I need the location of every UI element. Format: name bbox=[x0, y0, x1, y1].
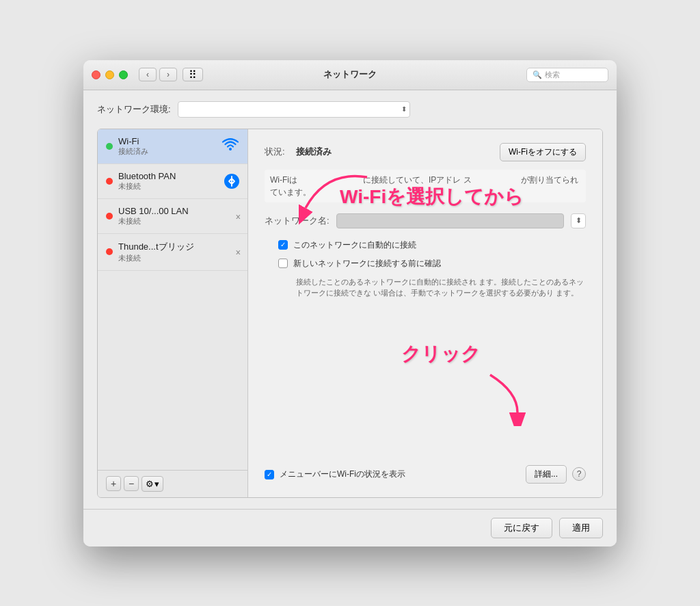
sidebar: Wi-Fi 接続済み bbox=[98, 129, 248, 497]
network-preferences-window: ‹ › ⠿ ネットワーク 🔍 検索 ネットワーク環境: ⬍ bbox=[83, 60, 617, 546]
nav-buttons: ‹ › bbox=[139, 68, 177, 81]
fullscreen-button[interactable] bbox=[119, 70, 128, 79]
status-row: 状況: 接続済み Wi-Fiをオフにする bbox=[265, 143, 586, 161]
bluetooth-icon bbox=[224, 174, 239, 189]
search-box[interactable]: 🔍 検索 bbox=[526, 68, 608, 82]
wifi-name: Wi-Fi bbox=[118, 136, 216, 146]
thunderbolt-status: 未接続 bbox=[118, 253, 230, 263]
menu-bar-checkbox[interactable]: ✓ bbox=[265, 470, 274, 479]
status-dot-thunderbolt bbox=[106, 248, 113, 255]
forward-button[interactable]: › bbox=[159, 68, 177, 81]
bluetooth-info: Bluetooth PAN 未接続 bbox=[118, 171, 219, 192]
status-value: 接続済み bbox=[296, 146, 332, 158]
status-label: 状況: bbox=[265, 146, 285, 158]
network-name-input[interactable] bbox=[336, 213, 564, 228]
status-dot-usb bbox=[106, 213, 113, 220]
chevron-down-icon: ⬍ bbox=[401, 105, 407, 113]
connection-info-text: Wi-Fiは に接続していて、IPアドレ ス が割り当てられています。 bbox=[265, 170, 586, 202]
add-network-button[interactable]: + bbox=[106, 476, 121, 491]
minimize-button[interactable] bbox=[105, 70, 114, 79]
bottom-bar: ✓ メニューバーにWi-Fiの状況を表示 詳細... ? bbox=[265, 454, 586, 484]
usb-name: USB 10/...00 LAN bbox=[118, 206, 230, 216]
auto-connect-help-text: 接続したことのあるネットワークに自動的に接続され ます。接続したことのあるネット… bbox=[296, 276, 586, 299]
remove-network-button[interactable]: − bbox=[124, 476, 139, 491]
menu-bar-row: ✓ メニューバーにWi-Fiの状況を表示 bbox=[265, 469, 405, 480]
usb-status: 未接続 bbox=[118, 216, 230, 226]
network-name-row: ネットワーク名: ⬍ bbox=[265, 213, 586, 228]
thunderbolt-info: Thunde...tブリッジ 未接続 bbox=[118, 241, 230, 263]
chevron-down-icon: ▾ bbox=[154, 479, 159, 489]
wifi-toggle-button[interactable]: Wi-Fiをオフにする bbox=[500, 143, 586, 161]
sidebar-item-wifi[interactable]: Wi-Fi 接続済み bbox=[98, 129, 247, 164]
search-placeholder: 検索 bbox=[545, 70, 560, 80]
sidebar-toolbar: + − ⚙ ▾ bbox=[98, 470, 247, 497]
gear-icon: ⚙ bbox=[146, 479, 154, 489]
auto-connect-checkbox[interactable]: ✓ bbox=[278, 240, 288, 250]
more-icon-usb: ›‹ bbox=[236, 211, 239, 222]
confirm-connect-checkbox[interactable] bbox=[278, 259, 288, 268]
bluetooth-name: Bluetooth PAN bbox=[118, 171, 219, 181]
network-select-arrow[interactable]: ⬍ bbox=[571, 213, 586, 228]
status-dot-wifi bbox=[106, 143, 113, 150]
main-area: Wi-Fi 接続済み bbox=[97, 129, 603, 498]
sidebar-item-bluetooth[interactable]: Bluetooth PAN 未接続 bbox=[98, 164, 247, 199]
env-label: ネットワーク環境: bbox=[97, 103, 171, 116]
window-footer: 元に戻す 適用 bbox=[83, 509, 617, 546]
env-select[interactable]: ⬍ bbox=[178, 101, 410, 118]
grid-button[interactable]: ⠿ bbox=[183, 68, 203, 81]
close-button[interactable] bbox=[92, 70, 100, 79]
right-panel: Wi-Fiを選択してから 状況: 接続済み Wi-Fiをオフにする Wi-Fiは… bbox=[248, 129, 602, 497]
back-button[interactable]: ‹ bbox=[139, 68, 157, 81]
network-list: Wi-Fi 接続済み bbox=[98, 129, 247, 470]
auto-connect-label: このネットワークに自動的に接続 bbox=[293, 239, 416, 251]
window-title: ネットワーク bbox=[323, 68, 377, 81]
usb-info: USB 10/...00 LAN 未接続 bbox=[118, 206, 230, 226]
wifi-icon bbox=[221, 137, 239, 155]
settings-button[interactable]: ⚙ ▾ bbox=[142, 476, 163, 492]
wifi-status: 接続済み bbox=[118, 146, 216, 157]
help-button[interactable]: ? bbox=[572, 467, 586, 481]
menu-bar-label: メニューバーにWi-Fiの状況を表示 bbox=[280, 469, 405, 480]
network-name-label: ネットワーク名: bbox=[265, 215, 329, 227]
titlebar: ‹ › ⠿ ネットワーク 🔍 検索 bbox=[83, 60, 617, 90]
svg-point-0 bbox=[229, 148, 232, 150]
spacer bbox=[265, 310, 586, 454]
status-dot-bluetooth bbox=[106, 178, 113, 185]
confirm-connect-label: 新しいネットワークに接続する前に確認 bbox=[293, 258, 441, 269]
detail-button[interactable]: 詳細... bbox=[526, 465, 567, 484]
wifi-info: Wi-Fi 接続済み bbox=[118, 136, 216, 157]
traffic-lights bbox=[92, 70, 128, 79]
auto-connect-row: ✓ このネットワークに自動的に接続 bbox=[278, 239, 586, 251]
sidebar-item-usb[interactable]: USB 10/...00 LAN 未接続 ›‹ bbox=[98, 199, 247, 234]
apply-button[interactable]: 適用 bbox=[559, 518, 603, 538]
environment-row: ネットワーク環境: ⬍ bbox=[97, 101, 603, 118]
right-panel-inner: Wi-Fiを選択してから 状況: 接続済み Wi-Fiをオフにする Wi-Fiは… bbox=[265, 143, 586, 484]
content-area: ネットワーク環境: ⬍ Wi-Fi 接続済み bbox=[83, 90, 617, 509]
bluetooth-status: 未接続 bbox=[118, 181, 219, 192]
revert-button[interactable]: 元に戻す bbox=[491, 518, 552, 538]
sidebar-item-thunderbolt[interactable]: Thunde...tブリッジ 未接続 ›‹ bbox=[98, 234, 247, 271]
search-icon: 🔍 bbox=[533, 70, 542, 79]
more-icon-thunderbolt: ›‹ bbox=[236, 246, 239, 257]
confirm-connect-row: 新しいネットワークに接続する前に確認 bbox=[278, 258, 586, 269]
thunderbolt-name: Thunde...tブリッジ bbox=[118, 241, 230, 253]
